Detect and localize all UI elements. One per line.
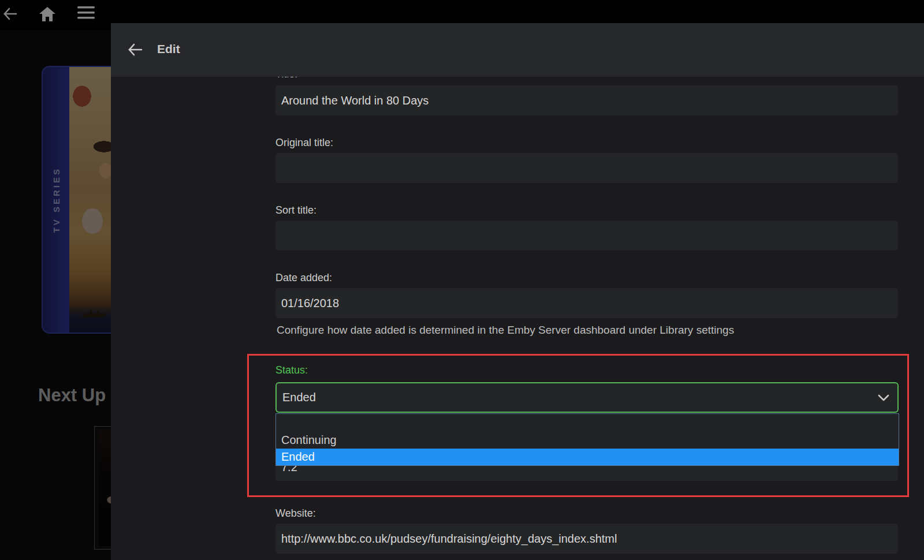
status-label: Status: xyxy=(275,364,308,376)
date-added-helper-text: Configure how date added is determined i… xyxy=(277,324,734,337)
sort-title-label: Sort title: xyxy=(275,204,316,216)
dialog-header: Edit xyxy=(111,23,924,77)
status-select[interactable]: Ended xyxy=(275,382,899,413)
status-option-blank[interactable] xyxy=(276,414,899,432)
dialog-title: Edit xyxy=(157,42,180,56)
status-dropdown-list: Continuing Ended xyxy=(275,413,899,466)
website-input[interactable]: http://www.bbc.co.uk/pudsey/fundraising/… xyxy=(275,524,898,554)
edit-dialog: Title: Around the World in 80 Days Origi… xyxy=(111,23,924,560)
website-label: Website: xyxy=(275,507,316,520)
original-title-input[interactable] xyxy=(275,153,898,183)
title-input[interactable]: Around the World in 80 Days xyxy=(275,85,898,115)
original-title-label: Original title: xyxy=(275,136,333,149)
sort-title-input[interactable] xyxy=(275,221,898,251)
community-rating-value: 7.2 xyxy=(275,466,898,474)
edit-form: Title: Around the World in 80 Days Origi… xyxy=(111,23,924,560)
date-added-input[interactable]: 01/16/2018 xyxy=(275,288,898,318)
chevron-down-icon xyxy=(878,394,889,401)
status-option-continuing[interactable]: Continuing xyxy=(276,432,899,449)
status-selected-value: Ended xyxy=(282,391,316,404)
website-value: http://www.bbc.co.uk/pudsey/fundraising/… xyxy=(281,532,617,545)
date-added-label: Date added: xyxy=(275,271,332,284)
screen: P BR TV Series Next Up Title: Around the… xyxy=(0,0,924,560)
date-added-value: 01/16/2018 xyxy=(281,297,339,309)
status-option-ended-highlighted[interactable]: Ended xyxy=(276,449,899,465)
dialog-back-icon[interactable] xyxy=(127,42,143,58)
title-value: Around the World in 80 Days xyxy=(281,94,429,107)
community-rating-input[interactable]: 7.2 xyxy=(275,466,898,481)
